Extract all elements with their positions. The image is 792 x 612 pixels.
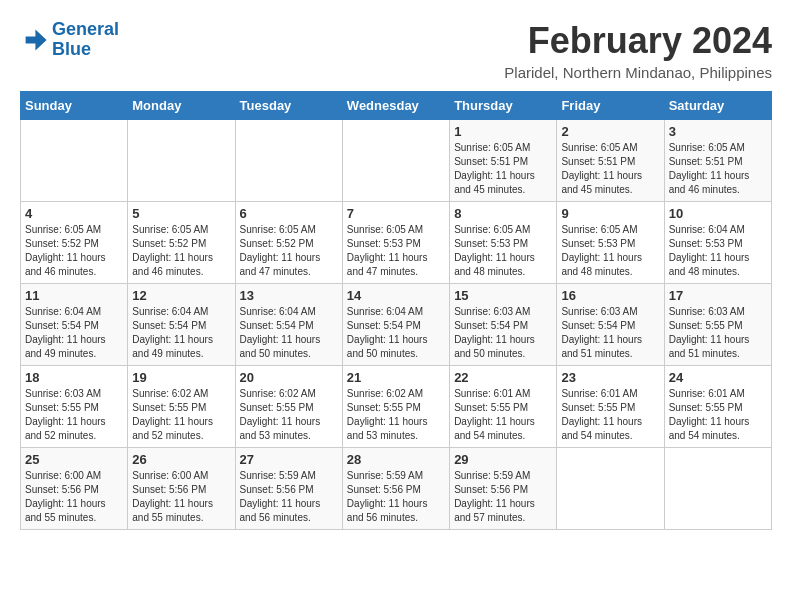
day-number: 7: [347, 206, 445, 221]
day-number: 11: [25, 288, 123, 303]
day-info: Sunrise: 6:04 AM Sunset: 5:54 PM Dayligh…: [132, 305, 230, 361]
weekday-header-friday: Friday: [557, 92, 664, 120]
header: General Blue February 2024 Plaridel, Nor…: [20, 20, 772, 81]
logo-icon: [20, 26, 48, 54]
calendar-cell: 20Sunrise: 6:02 AM Sunset: 5:55 PM Dayli…: [235, 366, 342, 448]
day-info: Sunrise: 6:05 AM Sunset: 5:51 PM Dayligh…: [454, 141, 552, 197]
day-number: 19: [132, 370, 230, 385]
calendar-cell: 23Sunrise: 6:01 AM Sunset: 5:55 PM Dayli…: [557, 366, 664, 448]
calendar-cell: 17Sunrise: 6:03 AM Sunset: 5:55 PM Dayli…: [664, 284, 771, 366]
day-number: 1: [454, 124, 552, 139]
day-info: Sunrise: 6:05 AM Sunset: 5:53 PM Dayligh…: [347, 223, 445, 279]
day-info: Sunrise: 6:03 AM Sunset: 5:54 PM Dayligh…: [454, 305, 552, 361]
weekday-header-monday: Monday: [128, 92, 235, 120]
calendar-cell: 27Sunrise: 5:59 AM Sunset: 5:56 PM Dayli…: [235, 448, 342, 530]
day-info: Sunrise: 6:04 AM Sunset: 5:54 PM Dayligh…: [240, 305, 338, 361]
day-number: 17: [669, 288, 767, 303]
day-number: 3: [669, 124, 767, 139]
calendar-cell: 12Sunrise: 6:04 AM Sunset: 5:54 PM Dayli…: [128, 284, 235, 366]
calendar-cell: 22Sunrise: 6:01 AM Sunset: 5:55 PM Dayli…: [450, 366, 557, 448]
day-info: Sunrise: 6:03 AM Sunset: 5:54 PM Dayligh…: [561, 305, 659, 361]
calendar-subtitle: Plaridel, Northern Mindanao, Philippines: [504, 64, 772, 81]
day-number: 5: [132, 206, 230, 221]
day-info: Sunrise: 5:59 AM Sunset: 5:56 PM Dayligh…: [347, 469, 445, 525]
calendar-cell: 29Sunrise: 5:59 AM Sunset: 5:56 PM Dayli…: [450, 448, 557, 530]
day-number: 29: [454, 452, 552, 467]
day-info: Sunrise: 6:00 AM Sunset: 5:56 PM Dayligh…: [25, 469, 123, 525]
day-number: 15: [454, 288, 552, 303]
day-info: Sunrise: 6:02 AM Sunset: 5:55 PM Dayligh…: [347, 387, 445, 443]
weekday-header-thursday: Thursday: [450, 92, 557, 120]
day-number: 10: [669, 206, 767, 221]
day-number: 4: [25, 206, 123, 221]
day-info: Sunrise: 6:05 AM Sunset: 5:52 PM Dayligh…: [25, 223, 123, 279]
day-info: Sunrise: 6:02 AM Sunset: 5:55 PM Dayligh…: [132, 387, 230, 443]
calendar-cell: 10Sunrise: 6:04 AM Sunset: 5:53 PM Dayli…: [664, 202, 771, 284]
calendar-cell: 25Sunrise: 6:00 AM Sunset: 5:56 PM Dayli…: [21, 448, 128, 530]
day-number: 23: [561, 370, 659, 385]
calendar-cell: 5Sunrise: 6:05 AM Sunset: 5:52 PM Daylig…: [128, 202, 235, 284]
day-info: Sunrise: 6:05 AM Sunset: 5:52 PM Dayligh…: [240, 223, 338, 279]
day-info: Sunrise: 6:05 AM Sunset: 5:52 PM Dayligh…: [132, 223, 230, 279]
calendar-cell: [557, 448, 664, 530]
day-number: 20: [240, 370, 338, 385]
calendar-cell: [128, 120, 235, 202]
calendar-cell: 8Sunrise: 6:05 AM Sunset: 5:53 PM Daylig…: [450, 202, 557, 284]
weekday-header-wednesday: Wednesday: [342, 92, 449, 120]
calendar-cell: 24Sunrise: 6:01 AM Sunset: 5:55 PM Dayli…: [664, 366, 771, 448]
calendar-cell: 21Sunrise: 6:02 AM Sunset: 5:55 PM Dayli…: [342, 366, 449, 448]
day-number: 24: [669, 370, 767, 385]
day-info: Sunrise: 6:05 AM Sunset: 5:53 PM Dayligh…: [454, 223, 552, 279]
day-number: 21: [347, 370, 445, 385]
logo: General Blue: [20, 20, 119, 60]
calendar-cell: 26Sunrise: 6:00 AM Sunset: 5:56 PM Dayli…: [128, 448, 235, 530]
calendar-cell: 15Sunrise: 6:03 AM Sunset: 5:54 PM Dayli…: [450, 284, 557, 366]
calendar-cell: 1Sunrise: 6:05 AM Sunset: 5:51 PM Daylig…: [450, 120, 557, 202]
day-info: Sunrise: 6:05 AM Sunset: 5:53 PM Dayligh…: [561, 223, 659, 279]
day-number: 16: [561, 288, 659, 303]
logo-text: General Blue: [52, 20, 119, 60]
day-info: Sunrise: 6:01 AM Sunset: 5:55 PM Dayligh…: [561, 387, 659, 443]
day-info: Sunrise: 6:01 AM Sunset: 5:55 PM Dayligh…: [454, 387, 552, 443]
calendar-cell: 4Sunrise: 6:05 AM Sunset: 5:52 PM Daylig…: [21, 202, 128, 284]
day-info: Sunrise: 6:00 AM Sunset: 5:56 PM Dayligh…: [132, 469, 230, 525]
calendar-cell: 28Sunrise: 5:59 AM Sunset: 5:56 PM Dayli…: [342, 448, 449, 530]
day-number: 13: [240, 288, 338, 303]
day-info: Sunrise: 6:04 AM Sunset: 5:54 PM Dayligh…: [25, 305, 123, 361]
day-info: Sunrise: 5:59 AM Sunset: 5:56 PM Dayligh…: [454, 469, 552, 525]
weekday-header-tuesday: Tuesday: [235, 92, 342, 120]
calendar-table: SundayMondayTuesdayWednesdayThursdayFrid…: [20, 91, 772, 530]
calendar-cell: [21, 120, 128, 202]
calendar-cell: 9Sunrise: 6:05 AM Sunset: 5:53 PM Daylig…: [557, 202, 664, 284]
day-number: 28: [347, 452, 445, 467]
day-number: 18: [25, 370, 123, 385]
calendar-cell: 18Sunrise: 6:03 AM Sunset: 5:55 PM Dayli…: [21, 366, 128, 448]
calendar-cell: 11Sunrise: 6:04 AM Sunset: 5:54 PM Dayli…: [21, 284, 128, 366]
weekday-header-sunday: Sunday: [21, 92, 128, 120]
day-info: Sunrise: 6:03 AM Sunset: 5:55 PM Dayligh…: [25, 387, 123, 443]
calendar-cell: 13Sunrise: 6:04 AM Sunset: 5:54 PM Dayli…: [235, 284, 342, 366]
calendar-cell: 6Sunrise: 6:05 AM Sunset: 5:52 PM Daylig…: [235, 202, 342, 284]
calendar-cell: [235, 120, 342, 202]
calendar-cell: [342, 120, 449, 202]
day-info: Sunrise: 6:03 AM Sunset: 5:55 PM Dayligh…: [669, 305, 767, 361]
day-number: 2: [561, 124, 659, 139]
calendar-cell: 16Sunrise: 6:03 AM Sunset: 5:54 PM Dayli…: [557, 284, 664, 366]
day-number: 26: [132, 452, 230, 467]
svg-marker-0: [26, 29, 47, 50]
calendar-cell: [664, 448, 771, 530]
day-number: 6: [240, 206, 338, 221]
day-info: Sunrise: 5:59 AM Sunset: 5:56 PM Dayligh…: [240, 469, 338, 525]
calendar-cell: 7Sunrise: 6:05 AM Sunset: 5:53 PM Daylig…: [342, 202, 449, 284]
day-number: 12: [132, 288, 230, 303]
weekday-header-saturday: Saturday: [664, 92, 771, 120]
day-info: Sunrise: 6:05 AM Sunset: 5:51 PM Dayligh…: [669, 141, 767, 197]
day-info: Sunrise: 6:04 AM Sunset: 5:54 PM Dayligh…: [347, 305, 445, 361]
calendar-cell: 14Sunrise: 6:04 AM Sunset: 5:54 PM Dayli…: [342, 284, 449, 366]
day-number: 14: [347, 288, 445, 303]
day-info: Sunrise: 6:02 AM Sunset: 5:55 PM Dayligh…: [240, 387, 338, 443]
day-info: Sunrise: 6:04 AM Sunset: 5:53 PM Dayligh…: [669, 223, 767, 279]
title-area: February 2024 Plaridel, Northern Mindana…: [504, 20, 772, 81]
day-number: 25: [25, 452, 123, 467]
calendar-title: February 2024: [504, 20, 772, 62]
